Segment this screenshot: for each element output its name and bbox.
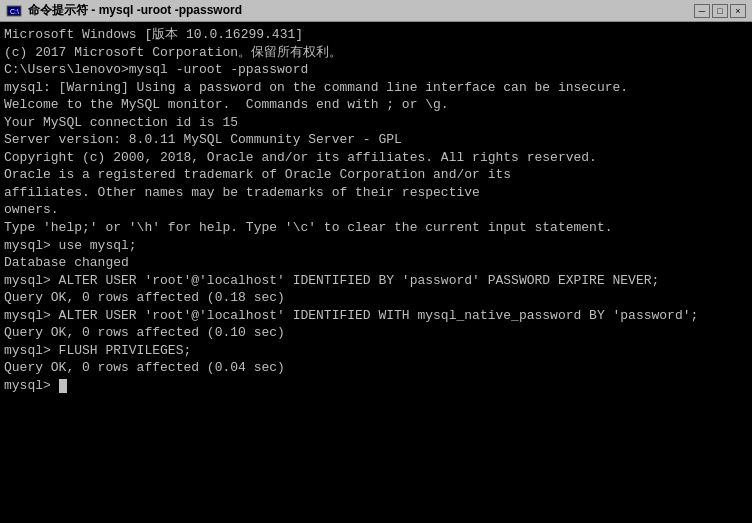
terminal-line: C:\Users\lenovo>mysql -uroot -ppassword [4, 61, 748, 79]
close-button[interactable]: × [730, 4, 746, 18]
terminal-line: mysql> FLUSH PRIVILEGES; [4, 342, 748, 360]
terminal-line: Welcome to the MySQL monitor. Commands e… [4, 96, 748, 114]
titlebar-icon: C:\ [6, 3, 22, 19]
svg-text:C:\: C:\ [10, 8, 19, 15]
cursor [59, 379, 67, 393]
terminal-line: mysql> ALTER USER 'root'@'localhost' IDE… [4, 307, 748, 325]
terminal-line: mysql> [4, 377, 748, 395]
maximize-button[interactable]: □ [712, 4, 728, 18]
terminal-line: Server version: 8.0.11 MySQL Community S… [4, 131, 748, 149]
terminal-line: Oracle is a registered trademark of Orac… [4, 166, 748, 184]
terminal-line: affiliates. Other names may be trademark… [4, 184, 748, 202]
terminal-line: Microsoft Windows [版本 10.0.16299.431] [4, 26, 748, 44]
titlebar-title: 命令提示符 - mysql -uroot -ppassword [28, 2, 688, 19]
terminal-line: Query OK, 0 rows affected (0.10 sec) [4, 324, 748, 342]
titlebar-controls: ─ □ × [694, 4, 746, 18]
terminal-line: Type 'help;' or '\h' for help. Type '\c'… [4, 219, 748, 237]
terminal-line: owners. [4, 201, 748, 219]
terminal-line: Query OK, 0 rows affected (0.18 sec) [4, 289, 748, 307]
terminal-line: mysql> use mysql; [4, 237, 748, 255]
minimize-button[interactable]: ─ [694, 4, 710, 18]
terminal-line: Your MySQL connection id is 15 [4, 114, 748, 132]
terminal-line: Copyright (c) 2000, 2018, Oracle and/or … [4, 149, 748, 167]
terminal-line: mysql: [Warning] Using a password on the… [4, 79, 748, 97]
terminal[interactable]: Microsoft Windows [版本 10.0.16299.431](c)… [0, 22, 752, 523]
terminal-line: Query OK, 0 rows affected (0.04 sec) [4, 359, 748, 377]
terminal-line: (c) 2017 Microsoft Corporation。保留所有权利。 [4, 44, 748, 62]
terminal-line: mysql> ALTER USER 'root'@'localhost' IDE… [4, 272, 748, 290]
titlebar: C:\ 命令提示符 - mysql -uroot -ppassword ─ □ … [0, 0, 752, 22]
terminal-line: Database changed [4, 254, 748, 272]
